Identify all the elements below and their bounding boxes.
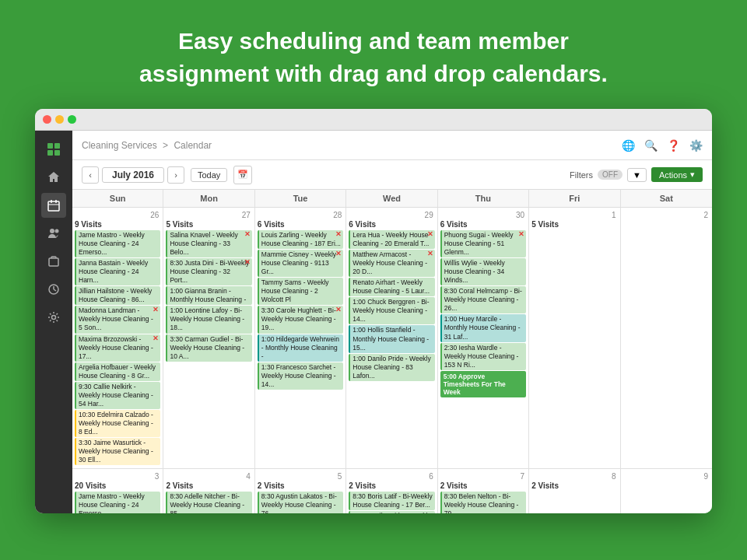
- list-item[interactable]: 1:00 Huey Marcile - Monthly House Cleani…: [440, 314, 526, 341]
- main-content: Cleaning Services > Calendar 🌐 🔍 ❓ ⚙️ ‹ …: [72, 131, 712, 513]
- calendar-toolbar: ‹ July 2016 › Today 📅 Filters OFF ▼ Acti…: [72, 160, 712, 190]
- breadcrumb-current: Calendar: [174, 140, 212, 151]
- month-label: July 2016: [102, 167, 164, 183]
- calendar-grid: Sun Mon Tue Wed Thu Fri Sat 26 9 Visits …: [72, 190, 712, 513]
- settings-icon[interactable]: ⚙️: [689, 139, 703, 152]
- day-cell-5[interactable]: 5 2 Visits 8:30 Agustin Lakatos - Bi-Wee…: [255, 469, 346, 513]
- day-cell-1[interactable]: 1 5 Visits: [529, 208, 620, 468]
- day-cell-9[interactable]: 9: [621, 469, 712, 513]
- list-item[interactable]: Renato Airhart - Weekly House Cleaning -…: [349, 278, 434, 296]
- list-item[interactable]: 10:30 Edelmira Calzado - Weekly House Cl…: [75, 410, 160, 437]
- list-item[interactable]: Janna Bastain - Weekly House Cleaning - …: [75, 258, 160, 285]
- day-cell-7[interactable]: 7 2 Visits 8:30 Belen Nelton - Bi-Weekly…: [438, 469, 529, 513]
- day-cell-8[interactable]: 8 2 Visits: [529, 469, 620, 513]
- list-item[interactable]: 1:00 Hildegarde Wehrwein - Monthly House…: [258, 334, 343, 362]
- svg-point-9: [52, 316, 56, 320]
- list-item[interactable]: 8:30 Adelle Nitcher - Bi-Weekly House Cl…: [166, 492, 251, 513]
- day-header-tue: Tue: [255, 190, 346, 207]
- sidebar-icon-jobs[interactable]: [41, 249, 66, 274]
- filter-dropdown[interactable]: ▼: [627, 168, 647, 182]
- list-item[interactable]: Lera Hua - Weekly House Cleaning - 20 Em…: [349, 230, 434, 249]
- list-item[interactable]: Salina Knavel - Weekly House Cleaning - …: [166, 230, 251, 257]
- svg-rect-1: [54, 143, 60, 149]
- sidebar-icon-logo[interactable]: [41, 137, 66, 162]
- approve-timesheets-event[interactable]: 5:00 Approve Timesheets For The Week: [440, 371, 526, 397]
- list-item[interactable]: 9:30 Callie Nelkirk - Weekly House Clean…: [75, 382, 160, 409]
- list-item[interactable]: 1:00 Danilo Pride - Weekly House Cleanin…: [349, 511, 434, 513]
- list-item[interactable]: Jarne Mastro - Weekly House Cleaning - 2…: [75, 230, 160, 257]
- list-item[interactable]: Madonna Landman - Weekly House Cleaning …: [75, 306, 160, 333]
- day-cell-6[interactable]: 6 2 Visits 8:30 Boris Latif - Bi-Weekly …: [346, 469, 437, 513]
- sidebar-icon-settings[interactable]: [41, 305, 66, 330]
- list-item[interactable]: Phuong Sugai - Weekly House Cleaning - 5…: [440, 230, 526, 257]
- list-item[interactable]: 1:00 Danilo Pride - Weekly House Cleanin…: [349, 354, 434, 381]
- svg-rect-3: [54, 150, 60, 156]
- filter-label: Filters: [570, 170, 593, 180]
- week-row-2: 3 20 Visits Jarne Mastro - Weekly House …: [72, 469, 712, 513]
- hero-title: Easy scheduling and team member assignme…: [16, 25, 731, 90]
- list-item[interactable]: Argelia Hofbauer - Weekly House Cleaning…: [75, 362, 160, 381]
- traffic-lights: [43, 115, 76, 124]
- day-cell-27[interactable]: 27 5 Visits Salina Knavel - Weekly House…: [163, 208, 254, 468]
- nav-icons: 🌐 🔍 ❓ ⚙️: [622, 139, 703, 152]
- sidebar-icon-reports[interactable]: [41, 277, 66, 302]
- filter-toggle[interactable]: OFF: [598, 170, 622, 180]
- list-item[interactable]: Louis Zarling - Weekly House Cleaning - …: [258, 230, 343, 249]
- title-bar: [35, 109, 712, 131]
- list-item[interactable]: 8:30 Justa Dini - Bi-Weekly House Cleani…: [166, 258, 251, 285]
- minimize-button[interactable]: [55, 115, 64, 124]
- list-item[interactable]: Mammie Cisney - Weekly House Cleaning - …: [258, 250, 343, 277]
- day-cell-4[interactable]: 4 2 Visits 8:30 Adelle Nitcher - Bi-Week…: [163, 469, 254, 513]
- list-item[interactable]: Tammy Sams - Weekly House Cleaning - 2 W…: [258, 278, 343, 305]
- list-item[interactable]: 3:30 Jaime Wasurtick - Weekly House Clea…: [75, 438, 160, 465]
- sidebar-icon-people[interactable]: [41, 221, 66, 246]
- sidebar-icon-calendar[interactable]: [41, 193, 66, 218]
- list-item[interactable]: 1:00 Chuck Berggren - Bi-Weekly House Cl…: [349, 297, 434, 324]
- calendar-view-button[interactable]: 📅: [233, 166, 252, 184]
- list-item[interactable]: 1:00 Gianna Branin - Monthly House Clean…: [166, 286, 251, 305]
- day-cell-28[interactable]: 28 6 Visits Louis Zarling - Weekly House…: [255, 208, 346, 468]
- help-icon[interactable]: ❓: [667, 139, 680, 152]
- list-item[interactable]: 1:00 Hollis Stanfield - Monthly House Cl…: [349, 325, 434, 352]
- prev-month-button[interactable]: ‹: [82, 166, 99, 184]
- list-item[interactable]: 2:30 Iesha Wardle - Weekly House Cleanin…: [440, 343, 526, 370]
- list-item[interactable]: 8:30 Coral Helmcamp - Bi-Weekly House Cl…: [440, 286, 526, 313]
- list-item[interactable]: 8:30 Belen Nelton - Bi-Weekly House Clea…: [440, 492, 526, 513]
- actions-button[interactable]: Actions ▾: [651, 167, 703, 182]
- day-header-sat: Sat: [621, 190, 712, 207]
- svg-rect-4: [48, 201, 59, 211]
- svg-point-6: [55, 229, 59, 233]
- day-cell-2[interactable]: 2: [621, 208, 712, 468]
- app-body: Cleaning Services > Calendar 🌐 🔍 ❓ ⚙️ ‹ …: [35, 131, 712, 513]
- day-cell-3[interactable]: 3 20 Visits Jarne Mastro - Weekly House …: [72, 469, 163, 513]
- close-button[interactable]: [43, 115, 51, 124]
- list-item[interactable]: 1:30 Francesco Sarchet - Weekly House Cl…: [258, 362, 343, 390]
- list-item[interactable]: Matthew Armacost - Weekly House Cleaning…: [349, 250, 434, 277]
- list-item[interactable]: Jarne Mastro - Weekly House Cleaning - 2…: [75, 492, 160, 513]
- list-item[interactable]: 8:30 Boris Latif - Bi-Weekly House Clean…: [349, 492, 434, 510]
- list-item[interactable]: 3:30 Carole Hughlett - Bi-Weekly House C…: [258, 306, 343, 333]
- maximize-button[interactable]: [68, 115, 76, 124]
- svg-point-5: [50, 229, 54, 233]
- day-header-fri: Fri: [529, 190, 620, 207]
- breadcrumb: Cleaning Services > Calendar: [82, 140, 212, 151]
- breadcrumb-parent: Cleaning Services: [82, 140, 157, 151]
- next-month-button[interactable]: ›: [167, 166, 184, 184]
- day-header-mon: Mon: [163, 190, 254, 207]
- filter-group: Filters OFF ▼ Actions ▾: [570, 167, 703, 182]
- globe-icon[interactable]: 🌐: [622, 139, 635, 152]
- search-icon[interactable]: 🔍: [644, 139, 658, 152]
- sidebar-icon-home[interactable]: [41, 165, 66, 190]
- day-cell-29[interactable]: 29 6 Visits Lera Hua - Weekly House Clea…: [346, 208, 437, 468]
- day-headers: Sun Mon Tue Wed Thu Fri Sat: [72, 190, 712, 208]
- day-cell-26[interactable]: 26 9 Visits Jarne Mastro - Weekly House …: [72, 208, 163, 468]
- list-item[interactable]: Willis Wylie - Weekly House Cleaning - 3…: [440, 258, 526, 285]
- list-item[interactable]: Jillian Hailstone - Weekly House Cleanin…: [75, 286, 160, 305]
- top-nav: Cleaning Services > Calendar 🌐 🔍 ❓ ⚙️: [72, 131, 712, 160]
- list-item[interactable]: 3:30 Carman Gudiel - Bi-Weekly House Cle…: [166, 334, 251, 362]
- day-cell-30[interactable]: 30 6 Visits Phuong Sugai - Weekly House …: [438, 208, 529, 468]
- list-item[interactable]: Maxima Brzozowski - Weekly House Cleanin…: [75, 334, 160, 362]
- today-button[interactable]: Today: [191, 168, 227, 182]
- list-item[interactable]: 8:30 Agustin Lakatos - Bi-Weekly House C…: [258, 492, 343, 513]
- list-item[interactable]: 1:00 Leontine Lafoy - Bi-Weekly House Cl…: [166, 306, 251, 333]
